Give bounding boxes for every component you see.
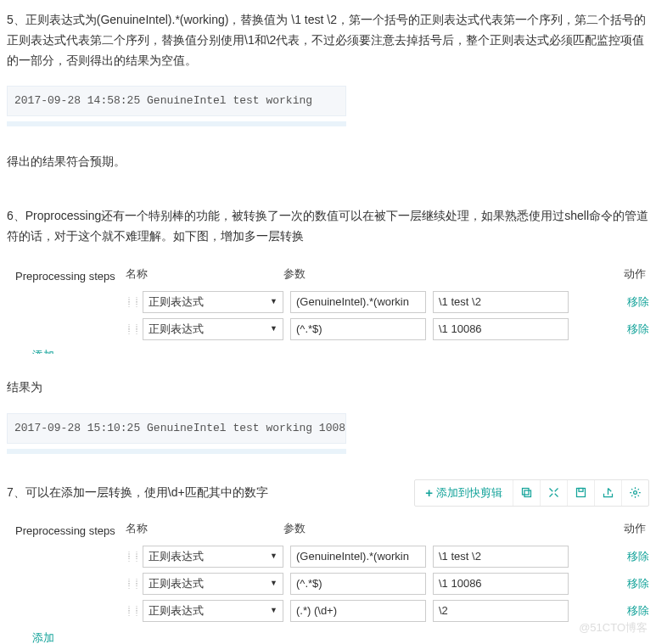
step-param2-input[interactable]: \1 10086 — [433, 573, 569, 595]
code-scrollbar-2 — [7, 449, 346, 454]
paragraph-6: 6、Proprocessing还有一个特别棒的功能，被转换了一次的数值可以在被下… — [7, 206, 649, 247]
table-row: ⋮⋮⋮⋮⋮⋮ 正则表达式 (^.*$) \1 10086 移除 — [15, 573, 649, 595]
drag-handle-icon[interactable]: ⋮⋮⋮⋮⋮⋮ — [126, 580, 137, 587]
remove-link[interactable]: 移除 — [627, 547, 649, 566]
add-to-clip-label: 添加到快剪辑 — [436, 484, 502, 502]
step-type-select[interactable]: 正则表达式 — [143, 318, 283, 340]
paragraph-result-label: 结果为 — [7, 378, 649, 398]
add-link[interactable]: 添加 — [32, 629, 54, 644]
preprocessing-table-2: Preprocessing steps 名称 参数 动作 ⋮⋮⋮⋮⋮⋮ 正则表达… — [15, 517, 649, 644]
svg-rect-2 — [577, 489, 586, 497]
step-param2-input[interactable]: \1 test \2 — [433, 291, 569, 313]
add-to-clip-button[interactable]: + 添加到快剪辑 — [415, 480, 513, 506]
step-param1-input[interactable]: (GenuineIntel).*(workin — [290, 546, 426, 568]
step-param2-input[interactable]: \2 — [433, 600, 569, 622]
preprocessing-steps-label: Preprocessing steps — [15, 517, 126, 540]
save-icon[interactable] — [567, 480, 594, 506]
col-name: 名称 — [126, 265, 283, 283]
remove-link[interactable]: 移除 — [627, 602, 649, 620]
paragraph-7: 7、可以在添加一层转换，使用\d+匹配其中的数字 — [7, 483, 414, 503]
svg-rect-0 — [524, 490, 531, 497]
step-param1-input[interactable]: (^.*$) — [290, 318, 426, 340]
table-row: ⋮⋮⋮⋮⋮⋮ 正则表达式 (.*) (\d+) \2 移除 — [15, 600, 649, 622]
col-action: 动作 — [429, 265, 649, 283]
preprocessing-steps-label: Preprocessing steps — [15, 262, 126, 286]
step-type-select[interactable]: 正则表达式 — [143, 573, 283, 595]
drag-handle-icon[interactable]: ⋮⋮⋮⋮⋮⋮ — [126, 299, 137, 305]
svg-point-4 — [634, 491, 637, 495]
col-name: 名称 — [126, 519, 283, 538]
copy-icon[interactable] — [513, 480, 540, 506]
svg-rect-3 — [579, 489, 583, 492]
gear-icon[interactable] — [621, 480, 648, 506]
drag-handle-icon[interactable]: ⋮⋮⋮⋮⋮⋮ — [126, 553, 137, 560]
preprocessing-table-1: Preprocessing steps 名称 参数 动作 ⋮⋮⋮⋮⋮⋮ 正则表达… — [15, 262, 649, 354]
drag-handle-icon[interactable]: ⋮⋮⋮⋮⋮⋮ — [126, 608, 137, 614]
add-link-truncated[interactable]: 添加 — [32, 345, 649, 354]
step-param1-input[interactable]: (.*) (\d+) — [290, 600, 426, 622]
expand-icon[interactable] — [540, 480, 567, 506]
table-row: ⋮⋮⋮⋮⋮⋮ 正则表达式 (GenuineIntel).*(workin \1 … — [15, 546, 649, 568]
step-param1-input[interactable]: (GenuineIntel).*(workin — [290, 291, 426, 313]
svg-rect-1 — [523, 489, 530, 496]
plus-icon: + — [425, 482, 433, 504]
step-param1-input[interactable]: (^.*$) — [290, 573, 426, 595]
remove-link[interactable]: 移除 — [627, 320, 649, 339]
step-param2-input[interactable]: \1 10086 — [433, 318, 569, 340]
paragraph-5: 5、正则表达式为(GenuineIntel).*(working)，替换值为 \… — [7, 10, 649, 70]
col-param: 参数 — [283, 265, 429, 283]
col-action: 动作 — [429, 519, 649, 538]
step-type-select[interactable]: 正则表达式 — [143, 600, 283, 622]
code-output-2: 2017-09-28 15:10:25 GenuineIntel test wo… — [7, 413, 346, 444]
action-toolbar: + 添加到快剪辑 — [414, 479, 649, 507]
table-row: ⋮⋮⋮⋮⋮⋮ 正则表达式 (^.*$) \1 10086 移除 — [15, 318, 649, 340]
col-param: 参数 — [283, 519, 429, 538]
code-scrollbar-1 — [7, 121, 346, 126]
remove-link[interactable]: 移除 — [627, 574, 649, 593]
step-type-select[interactable]: 正则表达式 — [143, 291, 283, 313]
paragraph-result-ok: 得出的结果符合预期。 — [7, 152, 649, 172]
step-type-select[interactable]: 正则表达式 — [143, 546, 283, 568]
table-row: ⋮⋮⋮⋮⋮⋮ 正则表达式 (GenuineIntel).*(workin \1 … — [15, 291, 649, 313]
remove-link[interactable]: 移除 — [627, 293, 649, 311]
share-icon[interactable] — [594, 480, 621, 506]
drag-handle-icon[interactable]: ⋮⋮⋮⋮⋮⋮ — [126, 326, 137, 333]
step-param2-input[interactable]: \1 test \2 — [433, 546, 569, 568]
code-output-1: 2017-09-28 14:58:25 GenuineIntel test wo… — [7, 86, 346, 116]
